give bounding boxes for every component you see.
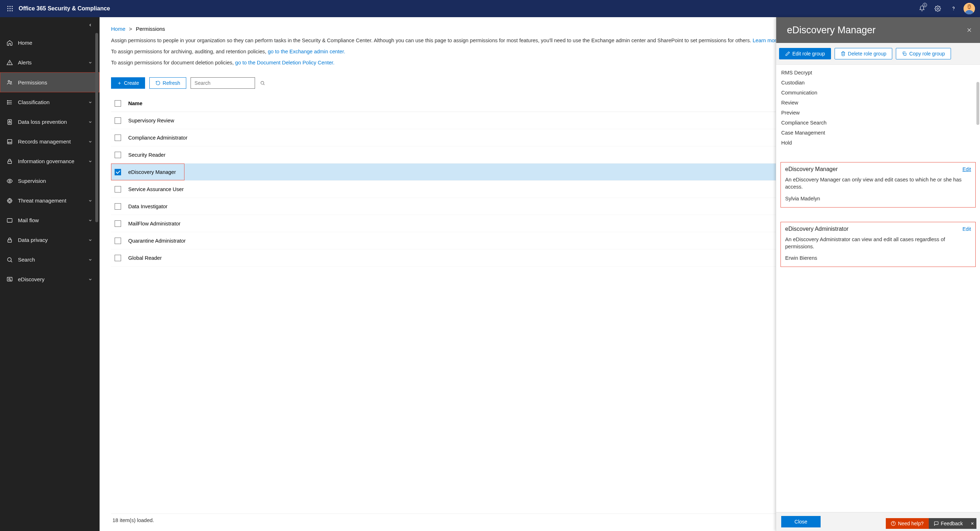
sidebar-item-alerts[interactable]: Alerts [0,52,100,72]
row-checkbox[interactable] [115,255,121,261]
help-button[interactable] [946,0,961,17]
threat-icon [6,198,13,204]
sidebar-item-label: Supervision [18,178,93,184]
column-name[interactable]: Name [128,101,143,106]
copy-role-group-button[interactable]: Copy role group [896,48,951,59]
close-icon [966,27,972,33]
waffle-icon [7,6,13,11]
mail-icon [6,217,13,223]
sidebar-item-data-privacy[interactable]: Data privacy [0,230,100,250]
svg-point-43 [8,258,11,262]
row-checkbox[interactable] [115,169,121,175]
row-label: Supervisory Review [128,118,174,124]
svg-point-18 [9,64,10,64]
flyout-close-button[interactable] [966,27,972,33]
chevron-down-icon [88,238,93,242]
svg-point-3 [8,8,9,9]
svg-point-19 [8,81,10,82]
svg-rect-45 [7,277,12,281]
app-launcher-button[interactable] [3,0,17,17]
sidebar-item-label: Records management [18,138,83,144]
sidebar-item-home[interactable]: Home [0,33,100,52]
feedback-button[interactable]: Feedback [929,518,968,529]
sidebar-item-classification[interactable]: Classification [0,92,100,112]
row-checkbox[interactable] [115,135,121,141]
admin-edit-link[interactable]: Edit [963,226,971,232]
sidebar-item-search[interactable]: Search [0,250,100,269]
search-box[interactable] [191,77,255,89]
assigned-role: Review [781,98,976,108]
assigned-role: Hold [781,138,976,148]
records-icon [6,138,13,145]
ediscovery-icon [6,276,13,283]
svg-point-4 [10,8,11,9]
delete-role-group-button[interactable]: Delete role group [835,48,892,59]
dlp-icon [6,119,13,125]
sidebar-item-information-governance[interactable]: Information governance [0,151,100,171]
chevron-left-icon [88,23,92,27]
sidebar-scrollbar[interactable] [94,33,100,531]
refresh-button[interactable]: Refresh [150,77,186,89]
svg-point-15 [968,6,969,7]
refresh-icon [156,81,161,86]
chevron-down-icon [88,277,93,282]
account-button[interactable] [961,0,977,17]
assigned-role: Case Management [781,128,976,138]
row-checkbox[interactable] [115,238,121,244]
chevron-down-icon [88,120,93,124]
svg-point-24 [7,100,8,101]
sidebar-item-mail-flow[interactable]: Mail flow [0,211,100,230]
sidebar-item-ediscovery[interactable]: eDiscovery [0,269,100,289]
svg-line-51 [263,84,264,85]
sidebar-item-permissions[interactable]: Permissions [0,72,100,92]
svg-point-16 [970,6,971,7]
sidebar-item-supervision[interactable]: Supervision [0,171,100,191]
learn-more-link[interactable]: Learn more [752,38,779,43]
select-all-checkbox[interactable] [115,100,121,107]
question-icon [950,5,957,12]
svg-point-5 [12,8,13,9]
flyout-scrollbar[interactable] [977,82,979,509]
row-checkbox[interactable] [115,117,121,124]
assigned-role: Communication [781,88,976,98]
row-checkbox[interactable] [115,220,121,227]
sidebar-item-label: Classification [18,99,83,105]
settings-button[interactable] [930,0,946,17]
sidebar-item-records-management[interactable]: Records management [0,132,100,151]
create-button[interactable]: Create [111,77,145,89]
classification-icon [6,99,13,106]
svg-point-46 [9,278,10,280]
collapse-nav-button[interactable] [0,17,100,33]
row-label: MailFlow Administrator [128,221,181,227]
flyout-close-bottom-button[interactable]: Close [781,516,821,528]
edit-role-group-button[interactable]: Edit role group [779,48,831,59]
helpbar-close-button[interactable]: ✕ [968,518,977,529]
search-icon [6,257,13,263]
sidebar-item-label: Search [18,257,83,263]
admin-block-desc: An eDiscovery Administrator can view and… [785,236,971,250]
notifications-button[interactable]: 1 [914,0,930,17]
row-checkbox[interactable] [115,186,121,192]
sidebar-item-threat-management[interactable]: Threat management [0,191,100,211]
row-label: Global Reader [128,255,162,261]
svg-point-50 [261,81,264,84]
assigned-role: Custodian [781,78,976,88]
sidebar-item-label: Data loss prevention [18,119,83,125]
manager-edit-link[interactable]: Edit [963,166,971,172]
row-label: Data Investigator [128,204,168,209]
manager-block-desc: An eDiscovery Manager can only view and … [785,176,971,191]
deletion-policy-link[interactable]: go to the Document Deletion Policy Cente… [235,60,334,65]
row-label: Quarantine Administrator [128,238,186,244]
sidebar-item-label: Threat management [18,198,83,204]
row-checkbox[interactable] [115,203,121,210]
exchange-admin-link[interactable]: go to the Exchange admin center. [268,49,345,54]
breadcrumb-home-link[interactable]: Home [111,26,126,32]
svg-point-9 [937,8,939,10]
gear-icon [934,5,941,12]
sidebar-item-data-loss-prevention[interactable]: Data loss prevention [0,112,100,132]
need-help-button[interactable]: Need help? [886,518,929,529]
search-input[interactable] [194,80,257,86]
svg-rect-29 [8,139,12,144]
svg-point-34 [9,180,11,182]
row-checkbox[interactable] [115,152,121,158]
